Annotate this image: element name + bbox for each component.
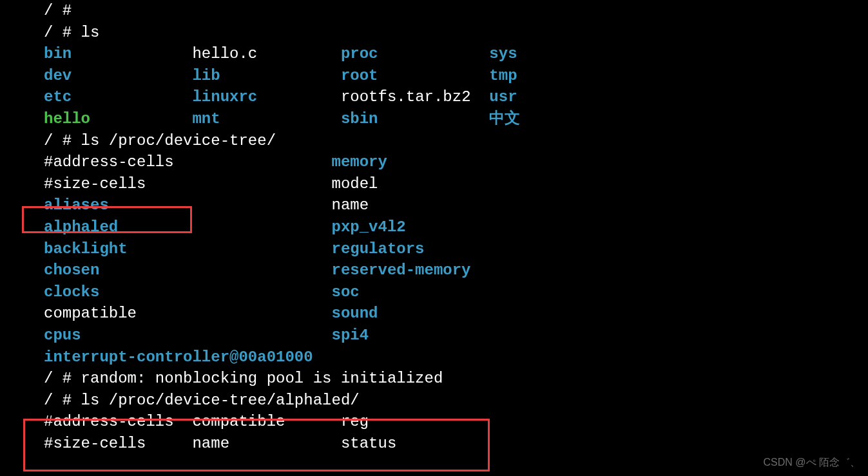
file: tmp bbox=[489, 67, 517, 84]
file: #size-cells bbox=[44, 175, 146, 193]
terminal-output[interactable]: / # / # ls bin hello.c proc sys dev lib … bbox=[0, 0, 868, 454]
file: alphaled bbox=[44, 218, 118, 236]
file: hello.c bbox=[192, 45, 257, 62]
file: backlight bbox=[44, 240, 128, 258]
file: hello bbox=[44, 110, 90, 128]
file: spi4 bbox=[331, 327, 369, 344]
file: linuxrc bbox=[192, 88, 257, 106]
file: etc bbox=[44, 88, 72, 106]
file: chosen bbox=[44, 262, 99, 279]
file: cpus bbox=[44, 327, 81, 344]
dt-row: #size-cells model bbox=[44, 173, 868, 195]
file: sbin bbox=[341, 110, 378, 128]
ls-row: hello mnt sbin 中文 bbox=[44, 108, 868, 130]
dt-row: clocks soc bbox=[44, 281, 868, 303]
file: soc bbox=[331, 283, 359, 301]
file: name bbox=[192, 435, 229, 452]
alphaled-row: #address-cells compatible reg bbox=[44, 411, 868, 433]
dt-row: cpus spi4 bbox=[44, 325, 868, 347]
dt-row: alphaled pxp_v4l2 bbox=[44, 216, 868, 238]
file: sound bbox=[331, 305, 378, 322]
random-msg: / # random: nonblocking pool is initiali… bbox=[44, 368, 868, 390]
file: proc bbox=[341, 45, 378, 62]
file: dev bbox=[44, 67, 72, 84]
file: sys bbox=[489, 45, 517, 62]
ls-row: etc linuxrc rootfs.tar.bz2 usr bbox=[44, 86, 868, 108]
dt-row: backlight regulators bbox=[44, 238, 868, 260]
file: pxp_v4l2 bbox=[331, 218, 405, 236]
file: memory bbox=[331, 153, 387, 171]
file: compatible bbox=[192, 413, 285, 430]
dt-row: #address-cells memory bbox=[44, 151, 868, 173]
prompt-line: / # ls /proc/device-tree/alphaled/ bbox=[44, 390, 868, 412]
file: aliases bbox=[44, 196, 109, 214]
file: mnt bbox=[192, 110, 220, 128]
dt-row: interrupt-controller@00a01000 bbox=[44, 347, 868, 368]
file: interrupt-controller@00a01000 bbox=[44, 348, 313, 366]
file: regulators bbox=[331, 240, 424, 258]
ls-row: dev lib root tmp bbox=[44, 65, 868, 87]
file: rootfs.tar.bz2 bbox=[341, 88, 471, 106]
dt-row: compatible sound bbox=[44, 303, 868, 325]
dt-row: aliases name bbox=[44, 195, 868, 216]
alphaled-row: #size-cells name status bbox=[44, 433, 868, 455]
file: reserved-memory bbox=[331, 262, 470, 279]
watermark: CSDN @ぺ 陌念゛、 bbox=[764, 455, 860, 470]
prompt-line: / # ls bbox=[44, 22, 868, 44]
file: lib bbox=[192, 67, 220, 84]
file: bin bbox=[44, 45, 72, 62]
file: #address-cells bbox=[44, 153, 174, 171]
file: reg bbox=[341, 413, 369, 430]
file: usr bbox=[489, 88, 517, 106]
file: name bbox=[331, 196, 369, 214]
file: model bbox=[331, 175, 378, 193]
file: 中文 bbox=[489, 110, 520, 128]
prompt-line: / # ls /proc/device-tree/ bbox=[44, 130, 868, 152]
dt-row: chosen reserved-memory bbox=[44, 260, 868, 281]
file: #address-cells bbox=[44, 413, 174, 430]
prompt-line: / # bbox=[44, 0, 868, 22]
file: root bbox=[341, 67, 378, 84]
ls-row: bin hello.c proc sys bbox=[44, 43, 868, 65]
file: compatible bbox=[44, 305, 137, 322]
file: clocks bbox=[44, 283, 99, 301]
file: #size-cells bbox=[44, 435, 146, 452]
file: status bbox=[341, 435, 396, 452]
